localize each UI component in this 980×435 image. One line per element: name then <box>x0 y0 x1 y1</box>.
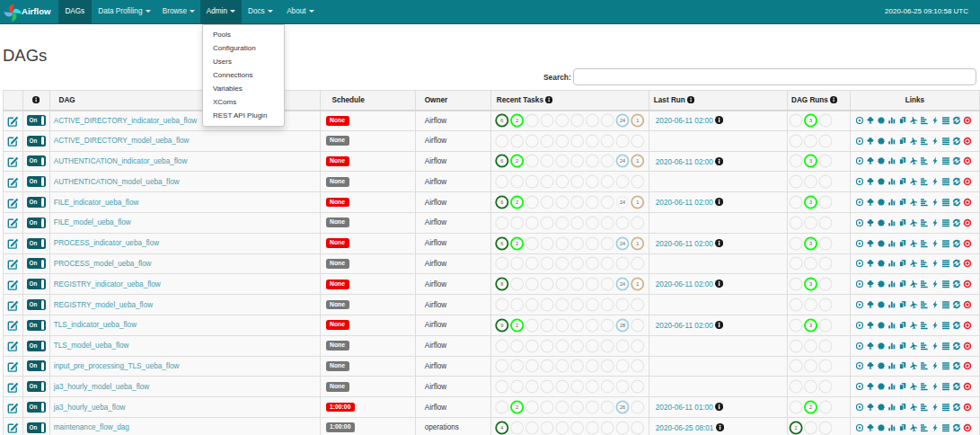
svg-text:2: 2 <box>516 404 518 410</box>
svg-text:2: 2 <box>516 241 518 246</box>
svg-text:3: 3 <box>809 118 812 123</box>
svg-text:6: 6 <box>500 118 503 123</box>
svg-text:2: 2 <box>516 118 518 123</box>
svg-text:6: 6 <box>500 200 503 205</box>
svg-text:2: 2 <box>809 404 812 410</box>
svg-text:1: 1 <box>636 200 639 205</box>
svg-text:2: 2 <box>516 200 518 205</box>
svg-text:1: 1 <box>636 159 639 164</box>
svg-text:24: 24 <box>620 159 625 164</box>
svg-text:4: 4 <box>500 425 503 431</box>
svg-text:2: 2 <box>516 159 518 164</box>
svg-text:24: 24 <box>620 241 625 246</box>
svg-text:3: 3 <box>809 323 812 328</box>
svg-text:1: 1 <box>636 118 639 123</box>
svg-text:24: 24 <box>620 200 625 205</box>
svg-text:2: 2 <box>795 425 798 431</box>
svg-text:9: 9 <box>500 323 503 328</box>
svg-text:3: 3 <box>809 200 812 205</box>
svg-text:24: 24 <box>620 281 625 287</box>
svg-text:6: 6 <box>500 159 503 164</box>
svg-text:2: 2 <box>516 323 518 328</box>
svg-text:3: 3 <box>809 159 812 164</box>
svg-text:6: 6 <box>500 241 503 246</box>
svg-text:24: 24 <box>620 118 625 123</box>
svg-text:1: 1 <box>636 241 639 246</box>
svg-text:1: 1 <box>636 281 639 287</box>
svg-text:8: 8 <box>500 281 503 287</box>
svg-text:28: 28 <box>620 323 625 328</box>
svg-text:3: 3 <box>809 281 812 287</box>
svg-text:26: 26 <box>620 404 625 410</box>
svg-text:3: 3 <box>809 241 812 246</box>
